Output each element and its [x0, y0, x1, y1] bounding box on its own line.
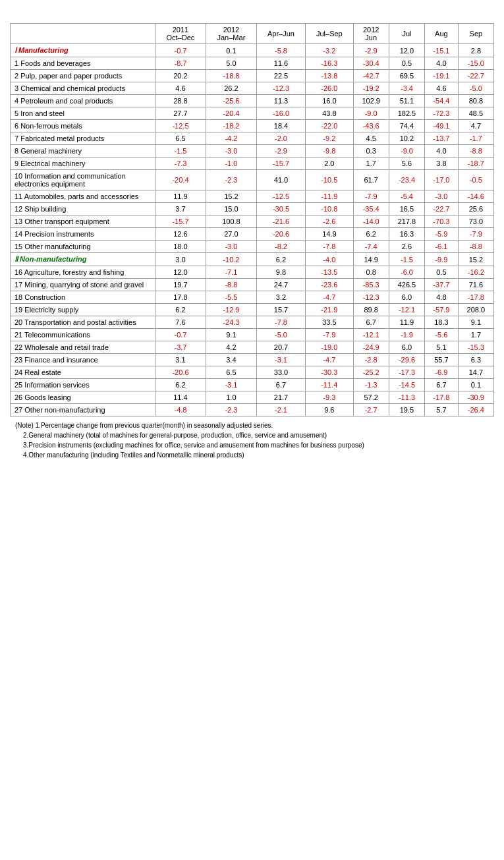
table-row: 1 Foods and beverages-8.75.011.6-16.3-30…	[11, 57, 494, 70]
row-value: 43.8	[306, 107, 353, 120]
row-value: -7.8	[306, 241, 353, 253]
row-value: -7.3	[155, 158, 206, 170]
row-value: -17.8	[425, 391, 459, 404]
table-row: 15 Other manufacturing18.0-3.0-8.2-7.8-7…	[11, 241, 494, 253]
row-value: 18.0	[155, 241, 206, 253]
row-value: -3.1	[206, 379, 256, 391]
row-label: 8 General machinery	[11, 145, 155, 158]
row-value: 4.0	[425, 57, 459, 70]
row-value: -1.5	[155, 145, 206, 158]
table-row: 5 Iron and steel27.7-20.4-16.043.8-9.018…	[11, 107, 494, 120]
row-value: 9.8	[256, 266, 305, 279]
row-label: 16 Agriculture, forestry and fishing	[11, 266, 155, 279]
row-value: -21.6	[256, 215, 305, 228]
row-value: -5.9	[425, 228, 459, 241]
row-value: -19.0	[306, 341, 353, 354]
row-value: 3.2	[256, 291, 305, 304]
row-value: 11.4	[155, 391, 206, 404]
row-value: 4.6	[425, 82, 459, 95]
row-value: 24.7	[256, 279, 305, 291]
row-value: -23.6	[306, 279, 353, 291]
row-value: 11.9	[155, 190, 206, 203]
row-value: -9.0	[353, 107, 389, 120]
row-value: 7.6	[155, 316, 206, 329]
row-value: 4.5	[353, 132, 389, 145]
row-label: 26 Goods leasing	[11, 391, 155, 404]
row-value: 15.0	[206, 203, 256, 215]
row-value: 10.2	[389, 132, 424, 145]
row-value: -18.7	[458, 158, 493, 170]
row-value: 21.7	[256, 391, 305, 404]
row-value: 182.5	[389, 107, 424, 120]
table-row: 10 Information and communication electro…	[11, 170, 494, 190]
row-value: -3.0	[206, 145, 256, 158]
row-value: 1.7	[353, 158, 389, 170]
row-value: 26.2	[206, 82, 256, 95]
row-label: 14 Precision instruments	[11, 228, 155, 241]
row-value: -0.7	[155, 44, 206, 57]
row-value: 18.3	[425, 316, 459, 329]
table-row: 20 Transportation and postal activities7…	[11, 316, 494, 329]
row-value: 6.3	[458, 354, 493, 366]
row-label: 18 Construction	[11, 291, 155, 304]
row-value: -22.0	[306, 120, 353, 132]
row-value: -2.1	[256, 404, 305, 416]
row-value: -13.8	[306, 70, 353, 82]
row-value: -3.4	[389, 82, 424, 95]
row-value: -15.3	[458, 341, 493, 354]
row-value: -24.3	[206, 316, 256, 329]
row-value: -2.3	[206, 170, 256, 190]
row-value: -7.9	[353, 190, 389, 203]
row-value: 5.0	[206, 57, 256, 70]
row-value: -12.5	[256, 190, 305, 203]
row-value: 0.8	[353, 266, 389, 279]
col-header-2012jan: 2012Jan–Mar	[206, 24, 256, 44]
row-value: -5.5	[206, 291, 256, 304]
row-value: -4.7	[306, 354, 353, 366]
row-value: -20.4	[155, 170, 206, 190]
row-value: 6.0	[389, 291, 424, 304]
row-value: 426.5	[389, 279, 424, 291]
row-value: -11.3	[389, 391, 424, 404]
row-value: -9.9	[425, 253, 459, 266]
row-value: 16.5	[389, 203, 424, 215]
col-header-jul: Jul	[389, 24, 424, 44]
row-value: 16.0	[306, 95, 353, 107]
row-value: 4.6	[155, 82, 206, 95]
row-value: -2.3	[206, 404, 256, 416]
row-value: -17.8	[458, 291, 493, 304]
row-value: -23.4	[389, 170, 424, 190]
row-value: 15.2	[206, 190, 256, 203]
table-row: 6 Non-ferrous metals-12.5-18.218.4-22.0-…	[11, 120, 494, 132]
row-label: 12 Ship building	[11, 203, 155, 215]
row-label: 22 Wholesale and retail trade	[11, 341, 155, 354]
label-header	[11, 24, 155, 44]
row-value: 0.1	[458, 379, 493, 391]
row-value: -3.0	[425, 190, 459, 203]
row-value: 6.7	[353, 316, 389, 329]
row-value: 17.8	[155, 291, 206, 304]
row-value: -3.2	[306, 44, 353, 57]
col-header-julsep: Jul–Sep	[306, 24, 353, 44]
row-value: 4.0	[425, 145, 459, 158]
row-value: -12.3	[353, 291, 389, 304]
row-value: -57.9	[425, 304, 459, 316]
row-value: 22.5	[256, 70, 305, 82]
row-value: 6.5	[206, 366, 256, 379]
row-label: 11 Automobiles, parts and accessories	[11, 190, 155, 203]
table-row: 4 Petroleum and coal products28.8-25.611…	[11, 95, 494, 107]
row-value: 20.2	[155, 70, 206, 82]
row-value: 14.7	[458, 366, 493, 379]
row-value: 9.6	[306, 404, 353, 416]
row-value: -1.9	[389, 329, 424, 341]
row-value: -12.5	[155, 120, 206, 132]
row-value: -8.2	[256, 241, 305, 253]
row-value: -5.4	[389, 190, 424, 203]
row-value: -49.1	[425, 120, 459, 132]
row-value: -7.4	[353, 241, 389, 253]
row-value: 9.1	[458, 316, 493, 329]
row-value: 5.1	[425, 341, 459, 354]
row-value: 0.5	[425, 266, 459, 279]
row-value: -12.9	[206, 304, 256, 316]
row-value: -30.5	[256, 203, 305, 215]
